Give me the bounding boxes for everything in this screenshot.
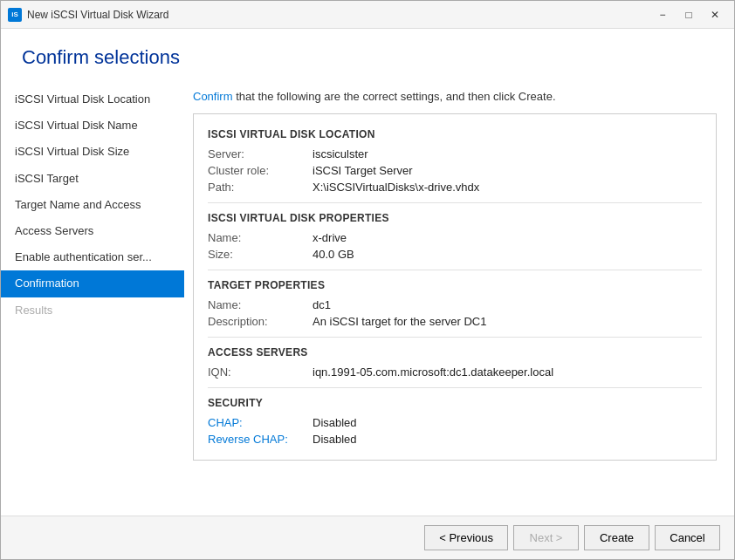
prop-row: Description:An iSCSI target for the serv… [208, 315, 702, 328]
sidebar-item-iscsi-size[interactable]: iSCSI Virtual Disk Size [1, 139, 184, 165]
prop-row: Server:iscsiculster [208, 147, 702, 160]
prop-value: An iSCSI target for the server DC1 [313, 315, 486, 328]
previous-button[interactable]: < Previous [424, 525, 508, 550]
body-area: iSCSI Virtual Disk LocationiSCSI Virtual… [1, 79, 734, 516]
window-controls: − □ ✕ [650, 5, 727, 24]
title-bar: iS New iSCSI Virtual Disk Wizard − □ ✕ [1, 1, 734, 29]
prop-value: iscsiculster [313, 147, 368, 160]
prop-label: CHAP: [208, 416, 313, 429]
intro-suffix: that the following are the correct setti… [233, 90, 556, 103]
wizard-window: iS New iSCSI Virtual Disk Wizard − □ ✕ C… [0, 0, 735, 560]
sidebar-item-iscsi-name[interactable]: iSCSI Virtual Disk Name [1, 113, 184, 139]
prop-label: Path: [208, 181, 313, 194]
section-header-iscsi-vdisk-location: ISCSI VIRTUAL DISK LOCATION [208, 128, 702, 140]
window-title: New iSCSI Virtual Disk Wizard [27, 9, 650, 21]
footer: < Previous Next > Create Cancel [1, 516, 734, 559]
prop-row: Path:X:\iSCSIVirtualDisks\x-drive.vhdx [208, 181, 702, 194]
maximize-button[interactable]: □ [677, 5, 701, 24]
sidebar-item-target-name-access[interactable]: Target Name and Access [1, 192, 184, 218]
prop-row: CHAP:Disabled [208, 416, 702, 429]
minimize-button[interactable]: − [650, 5, 675, 24]
prop-value: Disabled [313, 416, 357, 429]
section-divider-4 [208, 387, 702, 388]
prop-row: Name:dc1 [208, 298, 702, 311]
sidebar-item-enable-auth[interactable]: Enable authentication ser... [1, 244, 184, 270]
next-button[interactable]: Next > [513, 525, 579, 550]
prop-row: Reverse CHAP:Disabled [208, 433, 702, 446]
section-header-security-section: SECURITY [208, 397, 702, 409]
cancel-button[interactable]: Cancel [655, 525, 720, 550]
prop-label: Cluster role: [208, 164, 313, 177]
prop-value: iSCSI Target Server [313, 164, 413, 177]
content-area: Confirm selections iSCSI Virtual Disk Lo… [1, 29, 734, 516]
confirm-word: Confirm [193, 90, 233, 103]
intro-text: Confirm that the following are the corre… [193, 90, 717, 103]
prop-label: Name: [208, 231, 313, 244]
app-icon: iS [8, 8, 22, 22]
prop-label: Server: [208, 147, 313, 160]
main-content: Confirm that the following are the corre… [184, 79, 734, 516]
details-box: ISCSI VIRTUAL DISK LOCATIONServer:iscsic… [193, 113, 717, 461]
section-header-target-props: TARGET PROPERTIES [208, 279, 702, 291]
section-divider-3 [208, 337, 702, 338]
sidebar-item-access-servers[interactable]: Access Servers [1, 218, 184, 244]
prop-label: Reverse CHAP: [208, 433, 313, 446]
sidebar-item-iscsi-target[interactable]: iSCSI Target [1, 166, 184, 192]
prop-value: X:\iSCSIVirtualDisks\x-drive.vhdx [313, 181, 479, 194]
prop-row: Cluster role:iSCSI Target Server [208, 164, 702, 177]
close-button[interactable]: ✕ [703, 5, 727, 24]
sidebar: iSCSI Virtual Disk LocationiSCSI Virtual… [1, 79, 184, 516]
prop-label: Description: [208, 315, 313, 328]
prop-value: Disabled [313, 433, 357, 446]
prop-row: Size:40.0 GB [208, 248, 702, 261]
prop-value: dc1 [313, 298, 331, 311]
prop-label: IQN: [208, 365, 313, 379]
create-button[interactable]: Create [584, 525, 649, 550]
section-header-access-servers-section: ACCESS SERVERS [208, 346, 702, 359]
prop-value: iqn.1991-05.com.microsoft:dc1.datakeeper… [313, 365, 553, 379]
sidebar-item-results: Results [1, 297, 184, 324]
prop-row: Name:x-drive [208, 231, 702, 244]
prop-row: IQN:iqn.1991-05.com.microsoft:dc1.datake… [208, 365, 702, 379]
sidebar-item-iscsi-location[interactable]: iSCSI Virtual Disk Location [1, 86, 184, 113]
section-header-iscsi-vdisk-props: ISCSI VIRTUAL DISK PROPERTIES [208, 212, 702, 224]
page-heading: Confirm selections [1, 29, 734, 79]
prop-label: Size: [208, 248, 313, 261]
prop-value: 40.0 GB [313, 248, 354, 261]
prop-value: x-drive [313, 231, 347, 244]
prop-label: Name: [208, 298, 313, 311]
section-divider-1 [208, 202, 702, 203]
section-divider-2 [208, 270, 702, 270]
sidebar-item-confirmation[interactable]: Confirmation [1, 270, 184, 297]
